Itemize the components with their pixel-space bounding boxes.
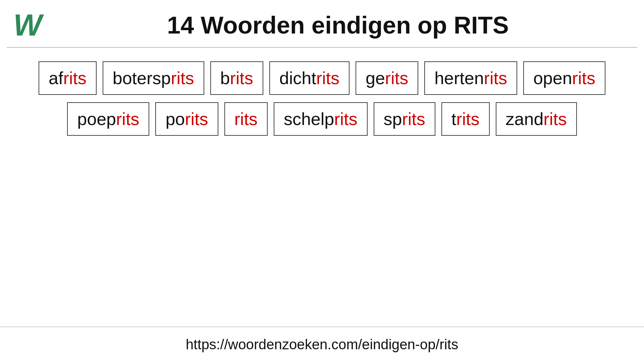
word-suffix: rits: [116, 109, 139, 129]
word-suffix: rits: [456, 109, 479, 129]
word-prefix: botersp: [113, 68, 171, 88]
word-suffix: rits: [63, 68, 86, 88]
list-item: dichtrits: [269, 61, 350, 95]
word-suffix: rits: [402, 109, 425, 129]
word-suffix: rits: [572, 68, 595, 88]
word-prefix: open: [533, 68, 572, 88]
list-item: porits: [155, 102, 218, 136]
word-prefix: sp: [384, 109, 402, 129]
list-item: gerits: [356, 61, 418, 95]
list-item: afrits: [39, 61, 97, 95]
page-title: 14 Woorden eindigen op RITS: [52, 11, 624, 39]
list-item: zandrits: [496, 102, 577, 136]
word-suffix: rits: [543, 109, 567, 129]
word-prefix: b: [220, 68, 230, 88]
list-item: hertenrits: [424, 61, 517, 95]
words-row-1: afritsboterspritsbritsdichtritsgeritsher…: [13, 61, 631, 95]
list-item: rits: [224, 102, 268, 136]
word-suffix: rits: [234, 109, 258, 129]
word-suffix: rits: [316, 68, 339, 88]
word-prefix: dicht: [279, 68, 316, 88]
word-suffix: rits: [484, 68, 507, 88]
footer-url: https://woordenzoeken.com/eindigen-op/ri…: [9, 337, 635, 353]
list-item: trits: [441, 102, 490, 136]
word-suffix: rits: [334, 109, 357, 129]
word-prefix: poep: [77, 109, 116, 129]
page-footer: https://woordenzoeken.com/eindigen-op/ri…: [0, 326, 644, 362]
list-item: openrits: [523, 61, 605, 95]
word-suffix: rits: [230, 68, 253, 88]
word-prefix: herten: [434, 68, 484, 88]
word-prefix: af: [49, 68, 63, 88]
word-suffix: rits: [385, 68, 408, 88]
word-prefix: schelp: [284, 109, 334, 129]
list-item: brits: [210, 61, 263, 95]
list-item: botersprits: [103, 61, 204, 95]
list-item: sprits: [374, 102, 435, 136]
word-prefix: po: [165, 109, 185, 129]
word-prefix: zand: [506, 109, 544, 129]
words-container: afritsboterspritsbritsdichtritsgeritsher…: [0, 48, 644, 326]
words-row-2: poepritsporitsritsschelpritsspritstritsz…: [13, 102, 631, 136]
list-item: schelprits: [274, 102, 368, 136]
word-prefix: t: [451, 109, 456, 129]
word-suffix: rits: [185, 109, 208, 129]
site-logo: W: [13, 10, 42, 40]
page-header: W 14 Woorden eindigen op RITS: [0, 0, 644, 47]
word-prefix: ge: [366, 68, 385, 88]
word-suffix: rits: [171, 68, 194, 88]
list-item: poeprits: [67, 102, 149, 136]
